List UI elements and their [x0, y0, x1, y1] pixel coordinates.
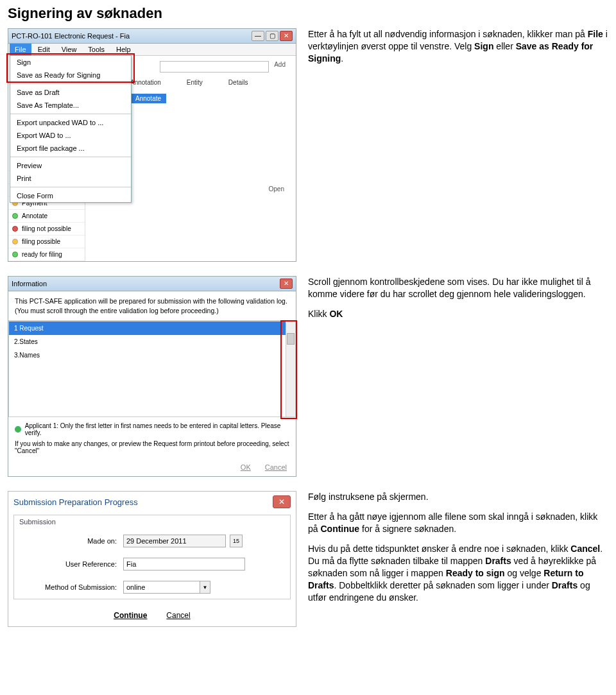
dialog-title: Information	[12, 280, 47, 287]
add-link[interactable]: Add	[274, 61, 286, 73]
legend-ready: ready for filing	[8, 248, 85, 261]
menu-item-export-unpacked[interactable]: Export unpacked WAD to ...	[10, 116, 131, 129]
menu-help[interactable]: Help	[111, 44, 136, 55]
note-text: If you wish to make any changes, or prev…	[15, 440, 289, 454]
made-on-label: Made on:	[21, 537, 117, 545]
menu-item-sign[interactable]: Sign	[10, 56, 131, 69]
method-value: online	[123, 581, 200, 594]
legend-label: filing not possible	[22, 225, 71, 232]
combo-field[interactable]	[160, 61, 269, 73]
menu-item-close-form[interactable]: Close Form	[10, 189, 131, 202]
method-label: Method of Submission:	[21, 583, 117, 591]
minimize-button[interactable]: —	[252, 31, 264, 41]
method-select[interactable]: online ▼	[123, 581, 210, 594]
legend-possible: filing possible	[8, 236, 85, 248]
menu-item-export-wad[interactable]: Export WAD to ...	[10, 129, 131, 142]
screenshot-2: Information ✕ This PCT-SAFE application …	[8, 276, 296, 477]
close-button[interactable]: ✕	[280, 31, 293, 41]
sidebar-label: Annotate	[22, 212, 47, 219]
menu-item-save-template[interactable]: Save As Template...	[10, 99, 131, 112]
instruction-3a: Følg instruksene på skjermen.	[308, 491, 608, 503]
user-ref-label: User Reference:	[21, 560, 117, 568]
log-row-names[interactable]: 3.Names	[9, 348, 295, 362]
close-button[interactable]: ✕	[280, 279, 293, 289]
col-entity: Entity	[187, 79, 203, 86]
log-row-request[interactable]: 1 Request	[9, 322, 295, 335]
screenshot-1: PCT-RO-101 Electronic Request - Fia — ▢ …	[8, 28, 296, 262]
menu-file[interactable]: File	[10, 44, 31, 55]
file-dropdown: Sign Save as Ready for Signing Save as D…	[10, 55, 132, 203]
dialog-title: Submission Preparation Progress	[13, 497, 138, 507]
close-button[interactable]: ✕	[273, 495, 291, 508]
maximize-button[interactable]: ▢	[266, 31, 278, 41]
instruction-3b: Etter å ha gått nøye igjennom alle filen…	[308, 511, 608, 535]
menu-item-export-file[interactable]: Export file package ...	[10, 142, 131, 155]
validation-msg: Applicant 1: Only the first letter in fi…	[15, 422, 289, 436]
made-on-value: 29 December 2011	[123, 535, 226, 547]
validation-msg-text: Applicant 1: Only the first letter in fi…	[25, 422, 289, 436]
col-annotation: Annotation	[130, 79, 161, 86]
instruction-1: Etter å ha fylt ut all nødvendig informa…	[308, 28, 608, 65]
window-title: PCT-RO-101 Electronic Request - Fia	[12, 32, 130, 40]
sidebar-annotate[interactable]: Annotate	[8, 210, 85, 223]
continue-button[interactable]: Continue	[114, 611, 147, 620]
menu-item-save-ready[interactable]: Save as Ready for Signing	[10, 69, 131, 82]
scroll-thumb[interactable]	[287, 333, 295, 345]
tab-annotate-selected[interactable]: Annotate	[130, 94, 166, 103]
section-label: Submission	[14, 515, 290, 526]
legend-label: ready for filing	[22, 251, 62, 258]
cancel-button[interactable]: Cancel	[265, 463, 287, 471]
instruction-3c: Hvis du på dette tidspunktet ønsker å en…	[308, 543, 608, 603]
page-heading: Signering av søknaden	[8, 5, 608, 22]
log-row-states[interactable]: 2.States	[9, 335, 295, 348]
instruction-2a: Scroll gjennom kontrollbeskjedene som vi…	[308, 276, 608, 300]
menu-item-print[interactable]: Print	[10, 172, 131, 185]
menu-tools[interactable]: Tools	[83, 44, 110, 55]
menu-item-preview[interactable]: Preview	[10, 159, 131, 172]
menu-edit[interactable]: Edit	[33, 44, 55, 55]
calendar-icon[interactable]: 15	[230, 535, 243, 547]
legend-label: filing possible	[22, 238, 60, 245]
open-link[interactable]: Open	[269, 185, 284, 193]
menu-view[interactable]: View	[56, 44, 82, 55]
user-ref-input[interactable]: Fia	[123, 558, 245, 571]
menu-item-save-draft[interactable]: Save as Draft	[10, 86, 131, 99]
col-details: Details	[228, 79, 248, 86]
screenshot-3: Submission Preparation Progress ✕ Submis…	[8, 491, 296, 627]
instruction-2b: Klikk OK	[308, 308, 608, 320]
ok-icon	[15, 426, 21, 433]
chevron-down-icon: ▼	[200, 581, 210, 594]
validation-log: 1 Request 2.States 3.Names	[8, 321, 296, 417]
cancel-button[interactable]: Cancel	[166, 611, 190, 620]
legend-not-possible: filing not possible	[8, 223, 85, 236]
scrollbar[interactable]	[286, 322, 295, 416]
dialog-body: This PCT-SAFE application will be prepar…	[15, 297, 287, 314]
ok-button[interactable]: OK	[241, 463, 251, 471]
